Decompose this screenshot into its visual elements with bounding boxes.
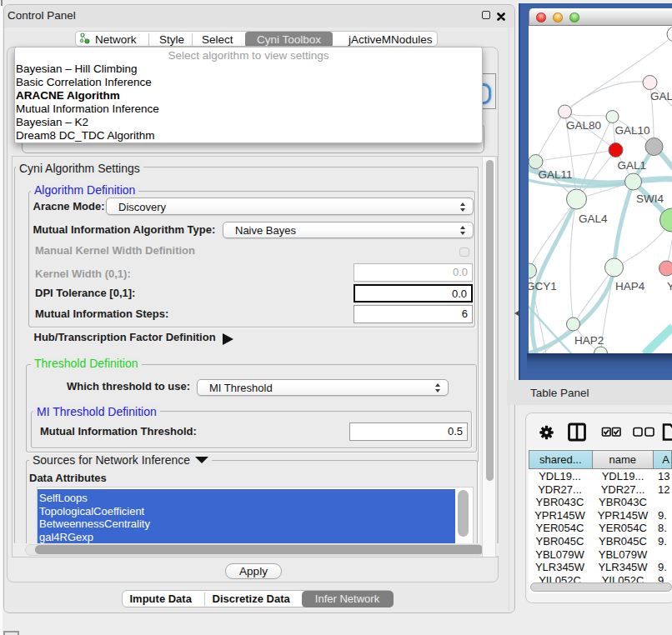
svg-text:Y: Y [667,280,672,292]
svg-text:GAL4: GAL4 [579,212,608,225]
svg-text:GCY1: GCY1 [529,280,557,292]
svg-text:GAL80: GAL80 [566,119,601,132]
svg-text:GAL7: GAL7 [650,90,672,102]
svg-text:GAL11: GAL11 [538,168,572,181]
svg-text:HAP2: HAP2 [574,334,604,347]
svg-text:SWI4: SWI4 [636,192,664,205]
svg-text:HAP4: HAP4 [615,280,645,292]
svg-text:GAL10: GAL10 [614,124,649,137]
svg-text:GAL1: GAL1 [617,159,646,172]
